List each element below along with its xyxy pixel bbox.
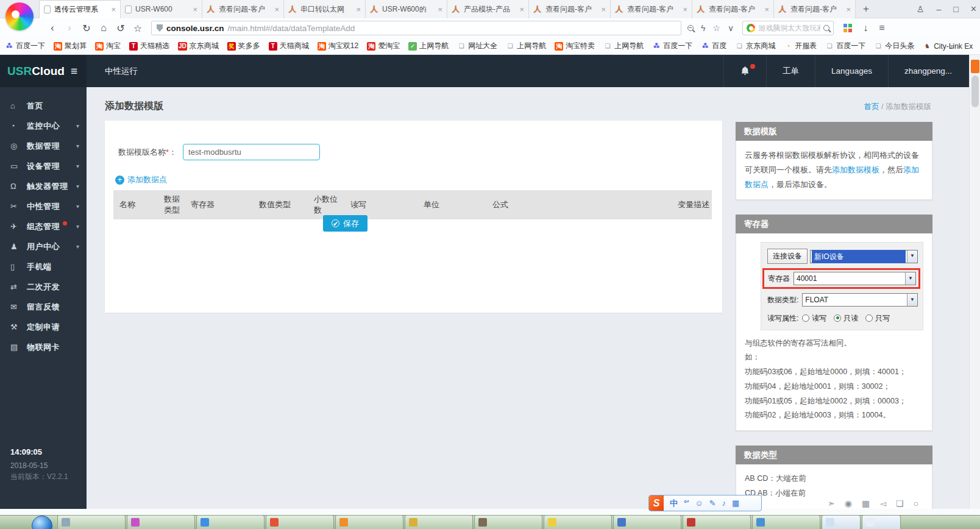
taskbar-app-button[interactable] — [683, 515, 751, 529]
ime-toolbar[interactable]: S 中°′☺✎♪▦ — [648, 495, 762, 511]
scrollbar-thumb[interactable] — [971, 76, 979, 107]
taskbar-app-button[interactable] — [862, 515, 901, 529]
browser-tab[interactable]: 查看问题-客户 × — [529, 0, 611, 18]
tab-close-icon[interactable]: × — [519, 5, 524, 14]
sidebar-item[interactable]: ⇄ 二次开发 ▾ — [0, 277, 87, 297]
dropdown-chevron-icon[interactable]: ∨ — [728, 23, 734, 33]
browser-search-box[interactable] — [742, 21, 834, 35]
tab-close-icon[interactable]: × — [438, 5, 442, 14]
bookmark-item[interactable]: T 天猫精选 — [129, 41, 169, 51]
taskbar-app-button[interactable] — [405, 515, 473, 529]
sidebar-toggle-icon[interactable]: ≡ — [71, 65, 77, 78]
status-tool-icon[interactable]: ◅ — [879, 499, 886, 508]
page-scrollbar[interactable] — [969, 55, 980, 515]
browser-tab[interactable]: 透传云管理系 × — [39, 0, 121, 18]
bookmark-item[interactable]: ⁂ 百度一下 — [652, 41, 692, 51]
bookmark-item[interactable]: ❏ 百度一下 — [825, 41, 865, 51]
browser-tab[interactable]: 串口转以太网 × — [284, 0, 366, 18]
sidebar-item[interactable]: ✂ 中性管理 ▾ — [0, 196, 87, 216]
sidebar-item[interactable]: ⚒ 定制申请 ▾ — [0, 317, 87, 337]
bookmark-item[interactable]: ❏ 上网导航 — [603, 41, 644, 51]
taskbar-app-button[interactable] — [752, 515, 820, 529]
ime-button-icon[interactable]: ✎ — [709, 499, 716, 508]
tab-close-icon[interactable]: × — [601, 5, 606, 14]
template-name-input[interactable] — [183, 144, 320, 160]
bookmark-item[interactable]: 淘 爱淘宝 — [367, 41, 400, 51]
app-logo[interactable]: USRCloud ≡ — [0, 55, 87, 87]
taskbar-app-button[interactable] — [822, 515, 861, 529]
browser-tab[interactable]: 查看问题-客户 × — [692, 0, 774, 18]
lightning-icon[interactable]: ϟ — [701, 23, 705, 33]
bookmark-item[interactable]: 淘 淘宝双12 — [318, 41, 358, 51]
forward-icon[interactable]: › — [61, 23, 78, 34]
languages-button[interactable]: Languages — [815, 55, 888, 87]
tab-close-icon[interactable]: × — [683, 5, 687, 14]
save-button[interactable]: ✔ 保存 — [323, 215, 367, 232]
bookmark-item[interactable]: ⁂ 百度一下 — [5, 41, 45, 51]
taskbar-app-button[interactable] — [474, 515, 542, 529]
download-icon[interactable]: ↓ — [863, 23, 868, 34]
status-tool-icon[interactable]: ❏ — [896, 499, 904, 508]
tab-close-icon[interactable]: × — [274, 5, 279, 14]
start-button[interactable] — [32, 516, 52, 529]
menu-icon[interactable]: ≡ — [879, 23, 884, 34]
browser-tab[interactable]: 查看问题-客户 × — [202, 0, 284, 18]
browser-tab[interactable]: 查看问题-客户 × — [611, 0, 692, 18]
bookmark-item[interactable]: ✓ 上网导航 — [408, 41, 449, 51]
ime-button-icon[interactable]: °′ — [684, 499, 689, 508]
status-tool-icon[interactable]: ○ — [914, 499, 918, 508]
taskbar-app-button[interactable] — [266, 515, 334, 529]
sidebar-item[interactable]: ◎ 数据管理 ▾ — [0, 136, 87, 156]
sogou-logo-icon[interactable]: S — [649, 495, 664, 511]
browser-tab[interactable]: USR-W600 × — [121, 0, 202, 18]
close-button[interactable]: × — [971, 4, 976, 15]
browser-logo-icon[interactable] — [5, 2, 34, 30]
minimize-button[interactable]: – — [936, 4, 941, 14]
sidebar-item[interactable]: ▯ 手机端 ▾ — [0, 257, 87, 277]
sidebar-item[interactable]: ♟ 用户中心 ▾ — [0, 236, 87, 257]
search-icon[interactable] — [823, 25, 829, 31]
bookmark-item[interactable]: ❏ 上网导航 — [506, 41, 546, 51]
ime-button-icon[interactable]: 中 — [670, 498, 678, 509]
new-tab-button[interactable]: + — [856, 0, 876, 18]
search-input[interactable] — [758, 24, 820, 32]
taskbar-app-button[interactable] — [196, 515, 265, 529]
bookmark-item[interactable]: 奖 奖多多 — [227, 41, 260, 51]
bookmark-item[interactable]: 淘 淘宝 — [95, 41, 121, 51]
sidebar-item[interactable]: ⌂ 首页 ▾ — [0, 96, 87, 116]
status-tool-icon[interactable]: ◉ — [845, 499, 852, 508]
ime-button-icon[interactable]: ♪ — [722, 499, 726, 508]
ime-button-icon[interactable]: ☺ — [695, 499, 703, 508]
bookmark-item[interactable]: ⁂ 百度 — [701, 41, 726, 51]
status-tool-icon[interactable]: ▦ — [862, 499, 870, 508]
sidebar-item[interactable]: ✉ 留言反馈 ▾ — [0, 297, 87, 317]
tab-close-icon[interactable]: × — [111, 5, 116, 14]
skin-icon[interactable]: ♙ — [917, 4, 925, 14]
maximize-button[interactable]: □ — [953, 4, 958, 14]
zoom-out-icon[interactable] — [687, 25, 694, 31]
browser-tab[interactable]: 查看问题-客户 × — [774, 0, 856, 18]
taskbar-app-button[interactable] — [544, 515, 612, 529]
taskbar-app-button[interactable] — [613, 515, 681, 529]
bookmark-item[interactable]: 淘 淘宝特卖 — [555, 41, 595, 51]
user-menu-button[interactable]: zhangpeng... — [888, 55, 968, 87]
bookmark-item[interactable]: T 天猫商城 — [269, 41, 309, 51]
work-order-button[interactable]: 工单 — [766, 55, 815, 87]
taskbar-app-button[interactable] — [335, 515, 403, 529]
favorite-star-icon[interactable]: ☆ — [712, 23, 720, 33]
bookmark-item[interactable]: ❏ 京东商城 — [735, 41, 775, 51]
bookmarks-overflow-icon[interactable]: » — [950, 41, 969, 51]
browser-tab[interactable]: 产品模块-产品 × — [447, 0, 529, 18]
notifications-button[interactable] — [723, 55, 766, 87]
ime-button-icon[interactable]: ▦ — [732, 499, 739, 508]
status-tool-icon[interactable]: ➣ — [828, 499, 835, 508]
apps-grid-icon[interactable] — [843, 24, 852, 32]
tab-close-icon[interactable]: × — [193, 5, 197, 14]
tab-close-icon[interactable]: × — [764, 5, 769, 14]
bookmark-star-icon[interactable]: ☆ — [129, 23, 146, 34]
bookmark-item[interactable]: JD 京东商城 — [178, 41, 219, 51]
bookmark-item[interactable]: ◔ 开服表 — [784, 41, 817, 51]
add-data-point-link[interactable]: + 添加数据点 — [115, 174, 167, 185]
bookmark-item[interactable]: ❏ 网址大全 — [457, 41, 497, 51]
tab-close-icon[interactable]: × — [846, 5, 851, 14]
